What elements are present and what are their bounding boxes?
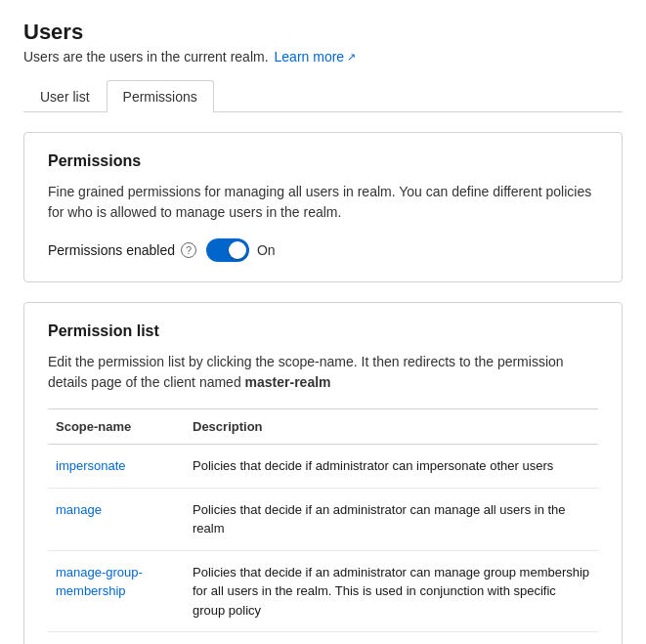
scope-name-cell: impersonate — [48, 445, 185, 489]
permissions-enabled-row: Permissions enabled ? On — [48, 238, 598, 262]
tab-permissions[interactable]: Permissions — [107, 80, 214, 112]
table-body: impersonatePolicies that decide if admin… — [48, 445, 598, 645]
table-header: Scope-name Description — [48, 409, 598, 445]
permissions-card: Permissions Fine grained permissions for… — [23, 132, 623, 282]
toggle-track — [206, 238, 249, 262]
col-scope-name: Scope-name — [48, 409, 185, 445]
scope-link[interactable]: manage-group-membership — [56, 565, 143, 599]
permissions-card-title: Permissions — [48, 152, 598, 170]
description-cell: Policies that decide if an administrator… — [185, 488, 598, 550]
tab-user-list[interactable]: User list — [23, 80, 107, 112]
table-row: managePolicies that decide if an adminis… — [48, 488, 598, 550]
permission-list-card: Permission list Edit the permission list… — [23, 302, 623, 644]
learn-more-link[interactable]: Learn more ↗ — [275, 49, 357, 64]
scope-link[interactable]: manage — [56, 502, 102, 517]
learn-more-text: Learn more — [275, 49, 345, 64]
permissions-enabled-label: Permissions enabled ? — [48, 242, 196, 258]
help-icon[interactable]: ? — [181, 242, 196, 258]
subtitle-text: Users are the users in the current realm… — [23, 49, 269, 64]
master-realm-text: master-realm — [245, 374, 331, 390]
permission-list-description: Edit the permission list by clicking the… — [48, 352, 598, 393]
toggle-thumb — [229, 241, 246, 259]
scope-name-cell: map-roles — [48, 632, 185, 645]
description-cell: Policies that decide if administrator ca… — [185, 445, 598, 489]
table-row: map-rolesPolicies that decide if adminis… — [48, 632, 598, 645]
scope-link[interactable]: impersonate — [56, 458, 126, 473]
scope-name-cell: manage-group-membership — [48, 550, 185, 632]
col-description: Description — [185, 409, 598, 445]
table-row: manage-group-membershipPolicies that dec… — [48, 550, 598, 632]
permission-list-title: Permission list — [48, 322, 598, 340]
permission-table: Scope-name Description impersonatePolici… — [48, 408, 598, 644]
description-cell: Policies that decide if administrator ca… — [185, 632, 598, 645]
description-cell: Policies that decide if an administrator… — [185, 550, 598, 632]
table-row: impersonatePolicies that decide if admin… — [48, 445, 598, 489]
table-header-row: Scope-name Description — [48, 409, 598, 445]
toggle-on-label: On — [257, 242, 276, 258]
scope-name-cell: manage — [48, 488, 185, 550]
page-title: Users — [23, 20, 623, 45]
toggle-wrapper: On — [206, 238, 276, 262]
tab-bar: User list Permissions — [23, 80, 623, 112]
permissions-card-description: Fine grained permissions for managing al… — [48, 182, 598, 223]
permissions-enabled-text: Permissions enabled — [48, 242, 175, 258]
permissions-toggle[interactable] — [206, 238, 249, 262]
external-link-icon: ↗ — [347, 51, 356, 64]
page-subtitle: Users are the users in the current realm… — [23, 49, 623, 64]
